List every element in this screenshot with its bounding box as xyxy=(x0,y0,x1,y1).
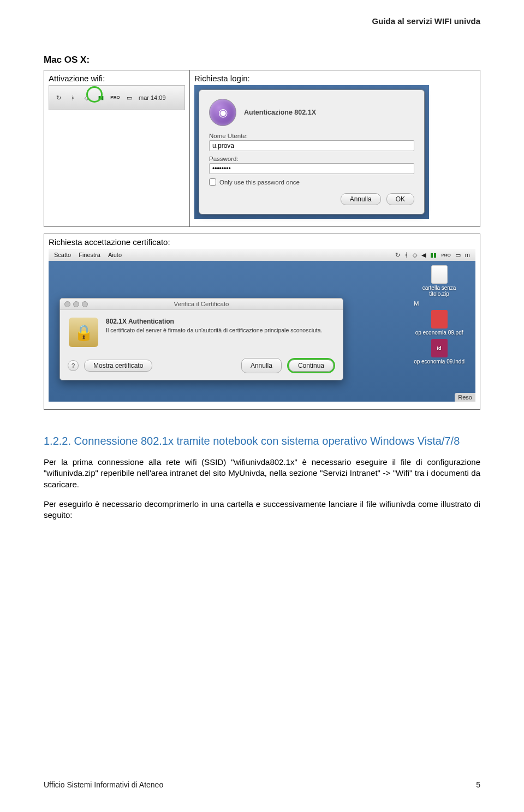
minimize-icon[interactable] xyxy=(73,301,79,307)
password-field[interactable] xyxy=(209,163,414,174)
zip-icon xyxy=(431,265,448,284)
paragraph-2: Per eseguirlo è necessario decomprimerlo… xyxy=(44,499,480,521)
login-dialog: ◉ Autenticazione 802.1X Nome Utente: Pas… xyxy=(199,89,425,214)
lock-icon: 🔒 xyxy=(69,318,98,347)
desktop-file-label: cartella senza titolo.zip xyxy=(415,285,464,297)
mac-menubar-snippet: ↻ ᚼ ◇ ▮▮ PRO ▭ mar 14:09 xyxy=(49,85,185,110)
battery-icon: ▭ xyxy=(455,252,461,259)
certificate-subtext: Il certificato del server è firmato da u… xyxy=(106,327,323,335)
desktop-screenshot: Scatto Finestra Aiuto ↻ ᚼ ◇ ◀ ▮▮ PRO ▭ xyxy=(49,249,475,402)
bluetooth-icon: ᚼ xyxy=(68,93,78,103)
wifi-icon[interactable]: ◇ xyxy=(82,93,92,103)
pdf-icon xyxy=(431,310,448,329)
certificate-dialog: Verifica il Certificato 🔒 802.1X Authent… xyxy=(59,298,343,380)
window-traffic-lights[interactable] xyxy=(64,301,88,307)
menubar-time: mar 14:09 xyxy=(139,94,166,101)
menubar-right-letter: m xyxy=(465,252,470,258)
cancel-button[interactable]: Annulla xyxy=(241,358,282,373)
username-label: Nome Utente: xyxy=(209,133,414,139)
sync-icon: ↻ xyxy=(395,252,400,259)
continue-button[interactable]: Continua xyxy=(289,360,334,372)
network-globe-icon: ◉ xyxy=(209,99,236,126)
bottom-strip: Reso xyxy=(455,393,475,402)
desktop-file-indd[interactable]: Id op economia 09.indd xyxy=(414,339,465,365)
password-label: Password: xyxy=(209,156,414,162)
section-1-2-2-heading: 1.2.2. Connessione 802.1x tramite notebo… xyxy=(44,434,480,448)
page-number: 5 xyxy=(476,780,480,789)
zoom-icon[interactable] xyxy=(82,301,88,307)
page-header: Guida al servizi WIFI univda xyxy=(372,16,480,26)
volume-icon: ◀ xyxy=(421,252,426,259)
desktop-letter-m: M xyxy=(414,300,465,307)
highlight-continue: Continua xyxy=(287,358,335,373)
pro-icon: PRO xyxy=(441,253,450,258)
menu-scatto[interactable]: Scatto xyxy=(54,252,71,258)
footer-left: Ufficio Sistemi Informativi di Ateneo xyxy=(44,780,163,789)
screenshots-table-cert: Richiesta accettazione certificato: Scat… xyxy=(44,234,480,410)
bluetooth-icon: ᚼ xyxy=(404,252,408,258)
activation-label: Attivazione wifi: xyxy=(49,74,185,83)
menu-aiuto[interactable]: Aiuto xyxy=(108,252,122,258)
screenshots-table-top: Attivazione wifi: ↻ ᚼ ◇ ▮▮ PRO ▭ mar 14:… xyxy=(44,70,480,227)
menu-finestra[interactable]: Finestra xyxy=(79,252,100,258)
ok-button[interactable]: OK xyxy=(386,193,414,205)
desktop-file-label: op economia 09.indd xyxy=(414,359,465,365)
login-screenshot: ◉ Autenticazione 802.1X Nome Utente: Pas… xyxy=(194,85,429,219)
flag-icon: ▮▮ xyxy=(430,252,437,259)
desktop-file-pdf[interactable]: op economia 09.pdf xyxy=(414,310,465,336)
indd-icon: Id xyxy=(431,339,448,357)
full-menubar: Scatto Finestra Aiuto ↻ ᚼ ◇ ◀ ▮▮ PRO ▭ xyxy=(49,249,475,261)
help-button[interactable]: ? xyxy=(68,360,79,371)
battery-icon: ▭ xyxy=(124,93,134,103)
flag-icon: ▮▮ xyxy=(96,93,106,103)
desktop-file-label: op economia 09.pdf xyxy=(415,330,463,336)
section-label-macosx: Mac OS X: xyxy=(44,55,480,65)
cancel-button[interactable]: Annulla xyxy=(341,193,381,205)
only-once-checkbox[interactable] xyxy=(209,178,216,186)
certificate-heading: 802.1X Authentication xyxy=(106,318,323,325)
close-icon[interactable] xyxy=(64,301,70,307)
page-footer: Ufficio Sistemi Informativi di Ateneo 5 xyxy=(44,780,480,789)
certificate-window-title: Verifica il Certificato xyxy=(60,298,343,310)
pro-icon: PRO xyxy=(110,93,120,103)
only-once-label: Only use this password once xyxy=(219,179,300,186)
login-label: Richiesta login: xyxy=(194,74,475,83)
username-field[interactable] xyxy=(209,140,414,151)
sync-icon: ↻ xyxy=(53,93,63,103)
show-certificate-button[interactable]: Mostra certificato xyxy=(84,360,152,372)
cert-label: Richiesta accettazione certificato: xyxy=(49,237,475,247)
login-dialog-title: Autenticazione 802.1X xyxy=(244,109,316,116)
paragraph-1: Per la prima connessione alla rete wifi … xyxy=(44,457,480,490)
wifi-icon[interactable]: ◇ xyxy=(413,252,417,259)
desktop-file-zip[interactable]: cartella senza titolo.zip xyxy=(414,265,465,297)
